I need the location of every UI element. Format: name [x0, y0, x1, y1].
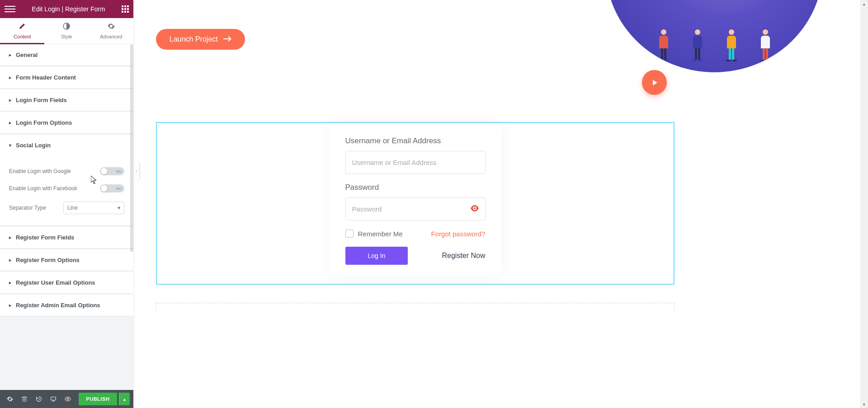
caret-right-icon: ▸ [9, 75, 11, 80]
sidebar-footer: PUBLISH ▴ [0, 390, 133, 408]
register-now-link[interactable]: Register Now [442, 252, 485, 260]
browser-scrollbar[interactable]: ▴ ▾ [860, 0, 868, 408]
accordion-social-login[interactable]: ▾ Social Login [0, 135, 133, 156]
publish-dropdown-button[interactable]: ▴ [119, 393, 130, 405]
enable-facebook-toggle[interactable]: NO [100, 184, 124, 192]
caret-down-icon: ▾ [9, 143, 11, 148]
settings-icon[interactable] [4, 393, 16, 405]
hero-section: Launch Project [156, 0, 868, 88]
accordion-register-user-email[interactable]: ▸ Register User Email Options [0, 272, 133, 293]
collapse-sidebar-handle[interactable]: ‹ [133, 162, 139, 180]
scroll-down-icon[interactable]: ▾ [860, 400, 868, 408]
remember-checkbox[interactable] [345, 230, 354, 238]
preview-canvas: Launch Project Username or Email Add [133, 0, 868, 408]
accordion-register-fields[interactable]: ▸ Register Form Fields [0, 227, 133, 248]
scroll-up-icon[interactable]: ▴ [860, 0, 868, 8]
play-button[interactable] [642, 70, 667, 95]
separator-type-label: Separator Type [9, 205, 46, 211]
hamburger-menu-icon[interactable] [5, 4, 15, 14]
panel-content: ▸ General ▸ Form Header Content ▸ Login … [0, 44, 133, 390]
widgets-grid-icon[interactable] [122, 5, 129, 13]
tab-style[interactable]: Style [44, 18, 89, 44]
separator-type-select[interactable]: Line ▾ [63, 202, 124, 214]
accordion-register-admin-email-label: Register Admin Email Options [16, 302, 100, 309]
accordion-register-options[interactable]: ▸ Register Form Options [0, 249, 133, 271]
sidebar-header: Edit Login | Register Form [0, 0, 133, 18]
empty-section-placeholder[interactable] [156, 303, 675, 312]
hero-illustration [606, 0, 823, 81]
caret-right-icon: ▸ [9, 120, 11, 125]
accordion-login-options[interactable]: ▸ Login Form Options [0, 112, 133, 133]
show-password-icon[interactable] [470, 205, 479, 213]
accordion-login-options-label: Login Form Options [16, 119, 72, 126]
accordion-register-fields-label: Register Form Fields [16, 234, 74, 241]
chevron-down-icon: ▾ [118, 205, 120, 211]
accordion-register-options-label: Register Form Options [16, 257, 80, 263]
accordion-general-label: General [16, 52, 38, 58]
caret-right-icon: ▸ [9, 98, 11, 103]
arrow-right-icon [223, 35, 231, 43]
enable-google-toggle[interactable]: NO [100, 167, 124, 175]
caret-right-icon: ▸ [9, 303, 11, 308]
accordion-login-fields-label: Login Form Fields [16, 97, 67, 103]
preview-icon[interactable] [61, 393, 74, 405]
tab-content[interactable]: Content [0, 18, 44, 44]
username-label: Username or Email Address [345, 136, 486, 145]
accordion-general[interactable]: ▸ General [0, 44, 133, 66]
caret-right-icon: ▸ [9, 258, 11, 263]
tab-content-label: Content [14, 34, 31, 39]
forgot-password-link[interactable]: Forgot password? [431, 230, 485, 238]
password-label: Password [345, 183, 486, 192]
login-button[interactable]: Log In [345, 247, 408, 265]
launch-project-button[interactable]: Launch Project [156, 29, 245, 50]
login-form-widget[interactable]: Username or Email Address Password Remem… [156, 122, 675, 285]
svg-point-2 [67, 398, 69, 400]
accordion-login-fields[interactable]: ▸ Login Form Fields [0, 89, 133, 111]
tab-advanced-label: Advanced [100, 34, 122, 39]
launch-project-label: Launch Project [170, 35, 218, 43]
responsive-icon[interactable] [47, 393, 60, 405]
remember-me: Remember Me [345, 230, 403, 238]
editor-sidebar: Edit Login | Register Form Content Style… [0, 0, 133, 408]
play-icon [651, 79, 659, 87]
enable-google-label: Enable Login with Google [9, 168, 71, 174]
gear-icon [89, 23, 133, 32]
navigator-icon[interactable] [18, 393, 31, 405]
social-login-body: Enable Login with Google NO Enable Login… [0, 156, 133, 225]
contrast-icon [44, 23, 89, 32]
login-card: Username or Email Address Password Remem… [330, 123, 501, 276]
caret-right-icon: ▸ [9, 52, 11, 57]
publish-button[interactable]: PUBLISH [79, 393, 117, 405]
pencil-icon [0, 23, 44, 32]
caret-right-icon: ▸ [9, 235, 11, 240]
accordion-form-header-label: Form Header Content [16, 74, 76, 81]
svg-rect-1 [51, 397, 56, 400]
history-icon[interactable] [33, 393, 45, 405]
panel-scrollbar[interactable] [130, 44, 133, 252]
header-title: Edit Login | Register Form [15, 5, 122, 13]
remember-label: Remember Me [358, 230, 403, 238]
separator-value: Line [67, 205, 78, 211]
tab-style-label: Style [61, 34, 72, 39]
username-input[interactable] [345, 151, 486, 174]
accordion-register-user-email-label: Register User Email Options [16, 279, 95, 286]
accordion-social-login-label: Social Login [16, 142, 51, 149]
editor-tabs: Content Style Advanced [0, 18, 133, 44]
accordion-form-header[interactable]: ▸ Form Header Content [0, 67, 133, 88]
tab-advanced[interactable]: Advanced [89, 18, 133, 44]
accordion-register-admin-email[interactable]: ▸ Register Admin Email Options [0, 295, 133, 316]
enable-facebook-label: Enable Login with Facebook [9, 185, 77, 192]
password-input[interactable] [345, 197, 486, 220]
caret-right-icon: ▸ [9, 280, 11, 285]
